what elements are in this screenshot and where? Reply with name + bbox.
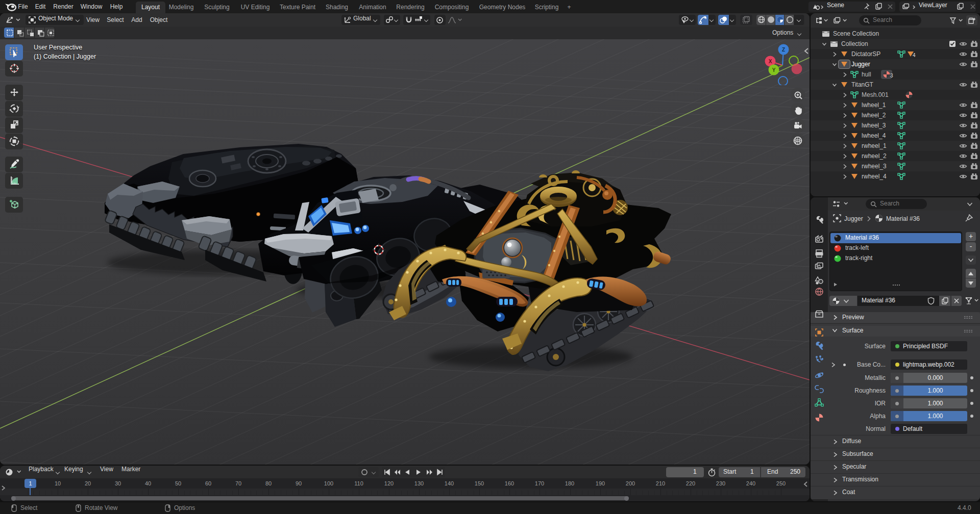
- svg-text:Z: Z: [782, 47, 785, 53]
- svg-text:Y: Y: [772, 67, 776, 73]
- svg-text:X: X: [769, 59, 772, 64]
